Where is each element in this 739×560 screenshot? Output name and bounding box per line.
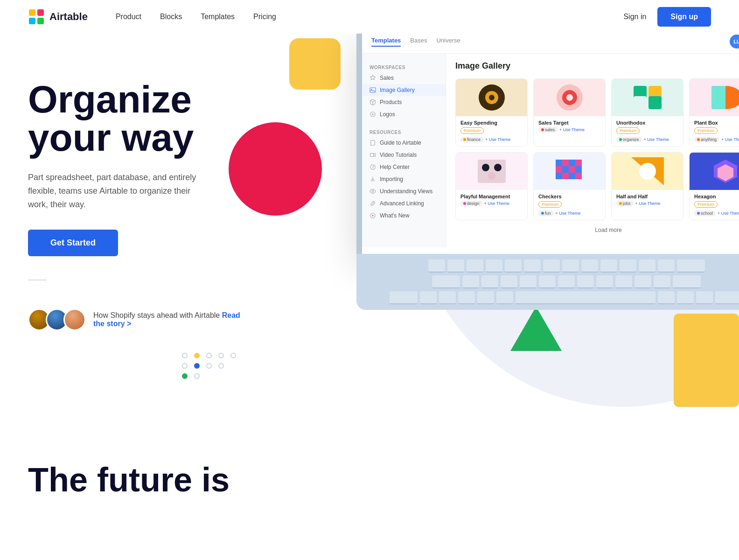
sidebar-item-whats-new[interactable]: What's New	[362, 210, 446, 222]
template-card-half-half[interactable]: Half and Half jobs + Use Theme	[611, 152, 683, 220]
spacebar	[516, 291, 655, 304]
key	[562, 259, 579, 273]
svg-point-8	[372, 168, 373, 168]
template-card-hexagon[interactable]: Hexagon Premium school + Use Theme	[689, 152, 739, 220]
key	[677, 291, 694, 304]
sidebar-item-products[interactable]: Products	[362, 96, 446, 108]
app-tabs: Templates Bases Universe	[371, 37, 460, 47]
key	[581, 259, 598, 273]
key	[639, 259, 655, 273]
key	[658, 291, 675, 304]
sidebar-item-guide[interactable]: Guide to Airtable	[362, 137, 446, 149]
sidebar-item-linking[interactable]: Advanced Linking	[362, 197, 446, 210]
load-more-button[interactable]: Load more	[455, 220, 739, 240]
sidebar-item-video[interactable]: Video Tutorials	[362, 149, 446, 161]
template-info-8: Hexagon Premium school + Use Theme	[690, 190, 739, 220]
template-thumb-7	[612, 153, 683, 190]
dot	[194, 373, 200, 379]
svg-point-40	[639, 163, 656, 180]
key	[477, 291, 494, 304]
hero-subtitle: Part spreadsheet, part database, and ent…	[28, 171, 205, 211]
template-card-easy-spending[interactable]: Easy Spending Premium finance + Use Them…	[455, 78, 528, 147]
import-icon	[370, 176, 376, 182]
sign-up-button[interactable]: Sign up	[657, 7, 711, 27]
dot	[182, 353, 188, 358]
template-thumb-1	[456, 79, 527, 116]
key-wide	[432, 275, 460, 288]
social-proof-text: How Shopify stays ahead with Airtable Re…	[93, 311, 252, 328]
key	[481, 275, 498, 288]
link-icon	[370, 200, 376, 207]
template-info-6: Checkers Premium fun + Use Theme	[534, 190, 605, 220]
svg-rect-29	[569, 160, 575, 166]
template-card-checkers[interactable]: Checkers Premium fun + Use Theme	[533, 152, 606, 220]
keyboard-row-2	[366, 275, 739, 288]
template-card-sales-target[interactable]: Sales Target sales + Use Theme	[533, 78, 606, 147]
template-card-unorthodox[interactable]: Unorthodox Premium organize + Use Theme	[611, 78, 683, 147]
box-icon	[370, 99, 376, 105]
svg-rect-34	[575, 166, 582, 173]
sidebar-item-views[interactable]: Understanding Views	[362, 185, 446, 197]
svg-rect-28	[562, 160, 569, 166]
template-tags-6: fun + Use Theme	[538, 210, 600, 216]
get-started-button[interactable]: Get Started	[28, 230, 118, 256]
tab-templates[interactable]: Templates	[371, 37, 401, 47]
hero-bottom: The future is	[0, 454, 739, 497]
template-card-playful[interactable]: Playful Management design + Use Theme	[455, 152, 528, 220]
key	[543, 259, 560, 273]
key-wide	[715, 291, 739, 304]
image-icon	[370, 87, 376, 93]
template-thumb-4	[690, 79, 739, 116]
logo[interactable]: Airtable	[28, 8, 88, 25]
svg-rect-1	[37, 9, 44, 16]
divider	[28, 280, 47, 280]
svg-rect-31	[556, 166, 562, 173]
app-layout: WORKSPACES Sales	[362, 54, 739, 247]
star-icon	[370, 75, 376, 81]
template-card-plant-box[interactable]: Plant Box Premium anything + Use Theme	[689, 78, 739, 147]
sign-in-button[interactable]: Sign in	[623, 13, 646, 21]
sidebar-item-image-gallery[interactable]: Image Gallery	[362, 84, 446, 96]
template-info-3: Unorthodox Premium organize + Use Theme	[612, 116, 683, 146]
key	[654, 275, 670, 288]
logo-icon	[370, 111, 376, 118]
dot-blue	[194, 363, 200, 369]
key	[524, 259, 541, 273]
sidebar-item-help[interactable]: Help Center	[362, 161, 446, 173]
laptop-screen: Templates Bases Universe LL S WORKSPACES	[362, 34, 739, 254]
svg-point-5	[371, 89, 372, 90]
laptop-keyboard	[356, 254, 739, 310]
navbar: Airtable Product Blocks Templates Pricin…	[0, 0, 739, 34]
app-user-icons: LL S	[730, 35, 739, 49]
svg-point-17	[566, 94, 573, 101]
nav-product[interactable]: Product	[116, 13, 141, 21]
svg-rect-37	[569, 173, 575, 179]
nav-templates[interactable]: Templates	[201, 13, 235, 21]
template-tags-4: anything + Use Theme	[694, 137, 739, 142]
tab-universe[interactable]: Universe	[436, 37, 460, 47]
svg-point-26	[488, 172, 495, 180]
app-sidebar: WORKSPACES Sales	[362, 54, 446, 247]
sidebar-item-sales[interactable]: Sales	[362, 72, 446, 84]
tab-bases[interactable]: Bases	[410, 37, 427, 47]
key	[462, 275, 479, 288]
key	[539, 275, 556, 288]
sidebar-resources-label: RESOURCES	[362, 126, 446, 137]
new-icon	[370, 212, 376, 219]
dot	[206, 353, 212, 358]
svg-point-14	[489, 95, 495, 100]
key	[501, 275, 517, 288]
sidebar-item-logos[interactable]: Logos	[362, 108, 446, 120]
hero-section: Organize your way Part spreadsheet, part…	[0, 34, 739, 454]
svg-rect-0	[29, 9, 35, 16]
dot	[218, 363, 224, 369]
dot-green	[182, 373, 188, 379]
svg-point-9	[372, 190, 374, 192]
nav-pricing[interactable]: Pricing	[253, 13, 276, 21]
sidebar-item-importing[interactable]: Importing	[362, 173, 446, 185]
svg-rect-22	[711, 86, 725, 109]
template-info-5: Playful Management design + Use Theme	[456, 190, 527, 210]
dot	[182, 363, 188, 369]
nav-blocks[interactable]: Blocks	[160, 13, 182, 21]
template-thumb-8	[690, 153, 739, 190]
